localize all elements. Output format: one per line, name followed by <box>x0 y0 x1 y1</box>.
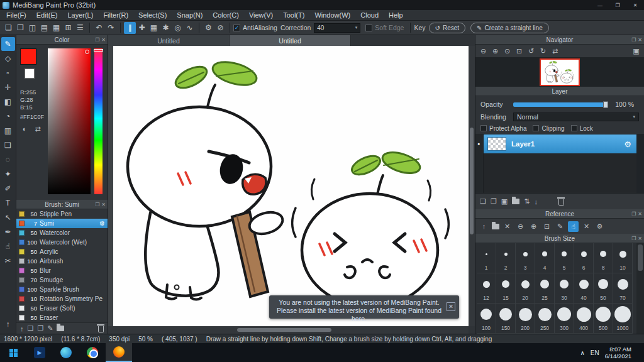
saturation-value-picker[interactable] <box>48 48 91 194</box>
snap-off-icon[interactable]: ⊘ <box>214 22 226 34</box>
snap-grid-icon[interactable]: ▦ <box>148 22 160 34</box>
dock-toggle-icon[interactable]: ↑ <box>1 317 15 331</box>
bucket-tool-icon[interactable]: ◔ <box>1 109 15 123</box>
brush-size-500[interactable]: 500 <box>594 304 613 334</box>
select-tool-icon[interactable]: ❏ <box>1 138 15 152</box>
gradient-tool-icon[interactable]: ▥ <box>1 124 15 138</box>
layer-list-scrollbar[interactable] <box>636 134 644 193</box>
brush-size-50[interactable]: 50 <box>594 273 613 304</box>
zoom-in-icon[interactable]: ⊕ <box>490 46 501 57</box>
tab-untitled-2[interactable]: Untitled <box>230 35 351 46</box>
zoom-out-icon[interactable]: ⊖ <box>478 46 489 57</box>
load-reference-icon[interactable]: ↑ <box>479 221 489 232</box>
taskbar-app-1[interactable]: ▶ <box>26 343 53 362</box>
canvas-drawing[interactable] <box>113 46 469 326</box>
rotate-right-icon[interactable]: ↻ <box>538 46 548 57</box>
taskbar-clock[interactable]: 8:07 AM 6/14/2021 <box>605 346 634 359</box>
opacity-slider[interactable] <box>513 102 608 107</box>
redo-icon[interactable]: ↷ <box>105 22 117 34</box>
color-wheel-icon[interactable]: ◐ <box>19 124 30 134</box>
taskbar-app-firefox[interactable] <box>106 343 132 362</box>
snap-vanishing-point-icon[interactable]: ✱ <box>160 22 172 34</box>
brush-tool-icon[interactable]: ✎ <box>1 37 15 51</box>
delete-layer-icon[interactable] <box>558 199 564 206</box>
reference-settings-gear-icon[interactable]: ⚙ <box>594 221 605 232</box>
brush-item[interactable]: 100Sparkle Brush <box>16 285 108 294</box>
reference-clear-icon[interactable]: ✕ <box>581 221 592 232</box>
brush-item[interactable]: 100Watercolor (Wet) <box>16 238 108 247</box>
reference-zoom-in-icon[interactable]: ⊕ <box>528 221 539 232</box>
opacity-handle[interactable] <box>603 101 608 108</box>
zoom-fit-icon[interactable]: ⊡ <box>514 46 525 57</box>
correction-dropdown[interactable]: 40 ▾ <box>314 23 360 33</box>
brush-size-200[interactable]: 200 <box>516 304 535 334</box>
swap-colors-icon[interactable]: ⇄ <box>33 124 43 134</box>
menu-tool[interactable]: Tool(T) <box>278 10 309 21</box>
brush-size-12[interactable]: 12 <box>477 273 496 304</box>
close-notification-icon[interactable]: ✕ <box>447 302 455 311</box>
reset-button[interactable]: ↺ Reset <box>429 23 466 33</box>
new-folder-icon[interactable] <box>512 199 519 204</box>
vertical-scrollbar[interactable] <box>469 46 475 326</box>
export-icon[interactable]: ▤ <box>38 22 50 34</box>
brush-size-5[interactable]: 5 <box>555 243 574 273</box>
scrollbar-thumb[interactable] <box>470 128 474 234</box>
hand-tool-icon[interactable]: ☝ <box>1 239 15 253</box>
dock-icon[interactable]: ↑ <box>20 325 24 332</box>
background-color-swatch[interactable] <box>25 69 35 79</box>
canvas-page[interactable] <box>113 46 469 326</box>
dot-tool-icon[interactable]: ▫ <box>1 66 15 80</box>
scrollbar-thumb[interactable] <box>638 244 643 271</box>
zoom-actual-icon[interactable]: ⊙ <box>502 46 513 57</box>
close-panel-icon[interactable]: ✕ <box>101 37 106 43</box>
flip-horizontal-icon[interactable]: ⇄ <box>550 46 560 57</box>
snap-settings-gear-icon[interactable]: ⚙ <box>203 22 214 34</box>
brush-size-40[interactable]: 40 <box>574 273 594 304</box>
undock-panel-icon[interactable]: ❐ <box>631 236 636 241</box>
layer-visibility-icon[interactable]: ● <box>477 141 480 146</box>
brush-size-20[interactable]: 20 <box>516 273 535 304</box>
reference-folder-icon[interactable] <box>492 224 499 229</box>
brush-size-30[interactable]: 30 <box>555 273 574 304</box>
notification-line-2[interactable]: Please install the latest version of Med… <box>275 307 443 323</box>
menu-snap[interactable]: Snap(N) <box>172 10 208 21</box>
menu-select[interactable]: Select(S) <box>133 10 172 21</box>
foreground-color-swatch[interactable] <box>20 48 36 65</box>
undock-panel-icon[interactable]: ❐ <box>95 37 99 43</box>
snap-cross-icon[interactable]: ✚ <box>136 22 148 34</box>
layer-row[interactable]: Layer1 ⚙ <box>484 134 636 153</box>
delete-brush-icon[interactable] <box>98 326 104 332</box>
rotate-left-icon[interactable]: ↺ <box>526 46 536 57</box>
scrollbar-thumb[interactable] <box>237 328 331 332</box>
brush-item[interactable]: 50Eraser (Soft) <box>16 304 108 313</box>
brush-size-8[interactable]: 8 <box>594 243 613 273</box>
new-canvas-icon[interactable]: ❏ <box>3 22 14 34</box>
brush-size-1000[interactable]: 1000 <box>613 304 633 334</box>
duplicate-brush-icon[interactable]: ❐ <box>37 324 43 332</box>
close-panel-icon[interactable]: ✕ <box>638 211 642 217</box>
undo-icon[interactable]: ↶ <box>93 22 105 34</box>
undock-panel-icon[interactable]: ❐ <box>631 211 636 217</box>
create-straight-line-button[interactable]: ✎ Create a straight line <box>470 23 549 33</box>
maximize-button[interactable]: ❐ <box>609 0 626 10</box>
brush-size-scrollbar[interactable] <box>636 243 644 334</box>
taskbar-app-edge[interactable] <box>53 343 79 362</box>
brush-item[interactable]: 70Smudge <box>16 275 108 285</box>
brush-size-10[interactable]: 10 <box>613 243 633 273</box>
brush-item[interactable]: 10Rotation Symmetry Pe <box>16 294 108 304</box>
thumbnail-view-icon[interactable]: ▣ <box>631 46 641 57</box>
menu-file[interactable]: File(F) <box>1 10 31 21</box>
reference-pen-icon[interactable]: ✎ <box>555 221 565 232</box>
brush-size-4[interactable]: 4 <box>535 243 555 273</box>
tray-expand-icon[interactable]: ∧ <box>580 349 585 356</box>
snap-curve-icon[interactable]: ∿ <box>184 22 196 34</box>
remove-reference-icon[interactable]: ✕ <box>502 221 513 232</box>
fill-tool-icon[interactable]: ◧ <box>1 95 15 109</box>
move-tool-icon[interactable]: ✛ <box>1 80 15 94</box>
save-icon[interactable]: ◫ <box>26 22 38 34</box>
horizontal-scrollbar[interactable] <box>108 326 469 334</box>
start-button[interactable] <box>0 343 26 362</box>
close-panel-icon[interactable]: ✕ <box>638 37 642 43</box>
brush-size-25[interactable]: 25 <box>535 273 555 304</box>
brush-size-300[interactable]: 300 <box>555 304 574 334</box>
